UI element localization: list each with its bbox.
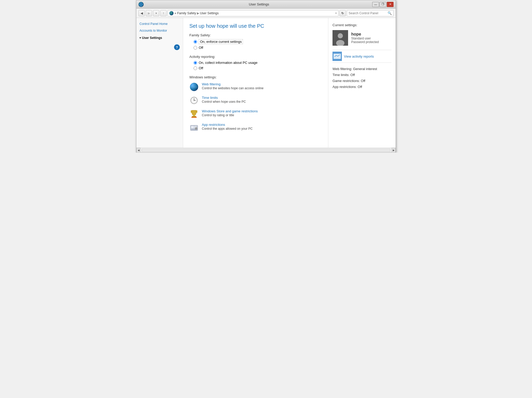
window: User Settings — ❐ ✕ ◀ ▶ ▾ ↑ « Family Saf… (136, 0, 396, 153)
windows-settings-label: Windows settings: (189, 75, 322, 79)
right-panel: Current settings: hope Standard user (328, 18, 396, 148)
app-restriction-svg (190, 123, 198, 132)
svg-rect-22 (334, 54, 341, 59)
family-safety-off-option[interactable]: Off (194, 46, 322, 50)
web-filtering-icon (189, 82, 199, 92)
game-restrictions-link[interactable]: Windows Store and game restrictions (202, 109, 258, 113)
scrollbar-track[interactable] (142, 149, 390, 152)
sidebar-item-control-panel-home[interactable]: Control Panel Home (139, 22, 180, 26)
svg-rect-11 (191, 117, 197, 118)
windows-settings-section: Windows settings: Web filtering Control … (189, 75, 322, 132)
trophy-svg (190, 109, 198, 119)
clock-svg (190, 96, 198, 105)
page-heading: Set up how hope will use the PC (189, 23, 322, 29)
search-icon: 🔍 (388, 11, 392, 15)
search-box[interactable]: 🔍 (347, 10, 394, 16)
activity-on-radio[interactable] (194, 61, 197, 65)
forward-button[interactable]: ▶ (146, 10, 152, 16)
address-bar: ◀ ▶ ▾ ↑ « Family Safety ▶ User Settings … (136, 9, 396, 18)
app-restrictions-link[interactable]: App restrictions (202, 123, 225, 127)
refresh-button[interactable]: ↻ (340, 10, 346, 16)
app-restrictions-summary: App restrictions: Off (332, 85, 391, 89)
user-password: Password protected (351, 40, 379, 44)
web-filtering-item: Web filtering Control the websites hope … (189, 82, 322, 92)
back-button[interactable]: ◀ (138, 10, 145, 16)
time-limits-icon (189, 96, 199, 105)
help-button[interactable]: ? (174, 44, 180, 50)
username: hope (351, 32, 379, 37)
avatar-svg (332, 30, 348, 46)
web-filtering-summary: Web filtering: General interest (332, 67, 391, 71)
sidebar-item-user-settings[interactable]: User Settings (139, 36, 180, 40)
family-safety-off-label: Off (199, 46, 203, 50)
web-filtering-text: Web filtering Control the websites hope … (202, 82, 263, 90)
family-safety-radio-group: On, enforce current settings Off (194, 39, 322, 50)
game-restrictions-icon (189, 109, 199, 119)
svg-rect-13 (191, 126, 194, 128)
activity-icon (332, 52, 342, 61)
maximize-button[interactable]: ❐ (380, 2, 386, 7)
svg-point-19 (338, 33, 343, 38)
bottom-scrollbar: ◀ ▶ (136, 148, 396, 152)
time-limits-desc: Control when hope uses the PC (202, 100, 246, 104)
web-filtering-link[interactable]: Web filtering (202, 82, 221, 86)
app-restrictions-item: App restrictions Control the apps allowe… (189, 123, 322, 132)
app-icon (138, 2, 144, 7)
minimize-button[interactable]: — (372, 2, 379, 7)
dropdown-button[interactable]: ▾ (153, 10, 159, 16)
title-bar: User Settings — ❐ ✕ (136, 0, 396, 9)
close-button[interactable]: ✕ (387, 2, 394, 7)
sidebar: Control Panel Home Accounts to Monitor U… (136, 18, 183, 148)
activity-off-label: Off (199, 66, 203, 70)
svg-point-17 (196, 128, 196, 129)
game-restrictions-summary: Game restrictions: Off (332, 79, 391, 83)
family-safety-on-label: On, enforce current settings (199, 39, 243, 44)
svg-point-8 (194, 100, 195, 101)
user-type: Standard user (351, 37, 379, 40)
family-safety-off-radio[interactable] (194, 46, 197, 50)
scroll-right-button[interactable]: ▶ (391, 148, 396, 153)
path-prefix: « Family Safety (175, 11, 196, 15)
sidebar-item-accounts-to-monitor[interactable]: Accounts to Monitor (139, 29, 180, 32)
address-path[interactable]: « Family Safety ▶ User Settings ▾ (168, 10, 338, 16)
path-current: User Settings (200, 11, 219, 15)
user-profile: hope Standard user Password protected (332, 30, 391, 46)
up-button[interactable]: ↑ (160, 10, 167, 16)
activity-reporting-off-option[interactable]: Off (194, 66, 322, 70)
content-area: Set up how hope will use the PC Family S… (183, 18, 328, 148)
web-filtering-desc: Control the websites hope can access onl… (202, 86, 263, 90)
path-icon (169, 11, 174, 15)
view-activity-text: View activity reports (344, 54, 374, 58)
path-separator: ▶ (197, 11, 199, 15)
family-safety-on-option[interactable]: On, enforce current settings (194, 39, 322, 44)
time-limits-text: Time limits Control when hope uses the P… (202, 96, 246, 104)
window-title: User Settings (146, 2, 372, 6)
scroll-left-button[interactable]: ◀ (136, 148, 141, 153)
svg-rect-9 (193, 114, 195, 116)
family-safety-label: Family Safety: (189, 33, 322, 37)
time-limits-item: Time limits Control when hope uses the P… (189, 96, 322, 105)
activity-on-label: On, collect information about PC usage (199, 61, 257, 65)
app-restrictions-icon (189, 123, 199, 132)
activity-reporting-label: Activity reporting: (189, 55, 322, 59)
search-input[interactable] (349, 11, 388, 15)
view-activity-reports-button[interactable]: View activity reports (332, 50, 391, 63)
activity-reporting-section: Activity reporting: On, collect informat… (189, 55, 322, 70)
globe-icon (190, 83, 198, 91)
activity-icon-svg (332, 52, 342, 61)
family-safety-on-radio[interactable] (194, 40, 197, 44)
main-content: Control Panel Home Accounts to Monitor U… (136, 18, 396, 148)
time-limits-summary: Time limits: Off (332, 73, 391, 77)
app-restrictions-desc: Control the apps allowed on your PC (202, 127, 252, 131)
settings-summary: Web filtering: General interest Time lim… (332, 67, 391, 89)
current-settings-label: Current settings: (332, 23, 391, 27)
window-controls: — ❐ ✕ (372, 2, 394, 7)
svg-rect-10 (192, 116, 196, 117)
game-restrictions-text: Windows Store and game restrictions Cont… (202, 109, 258, 117)
activity-off-radio[interactable] (194, 66, 197, 70)
app-restrictions-text: App restrictions Control the apps allowe… (202, 123, 252, 131)
game-restrictions-item: Windows Store and game restrictions Cont… (189, 109, 322, 119)
activity-reporting-on-option[interactable]: On, collect information about PC usage (194, 61, 322, 65)
family-safety-section: Family Safety: On, enforce current setti… (189, 33, 322, 50)
time-limits-link[interactable]: Time limits (202, 96, 218, 100)
